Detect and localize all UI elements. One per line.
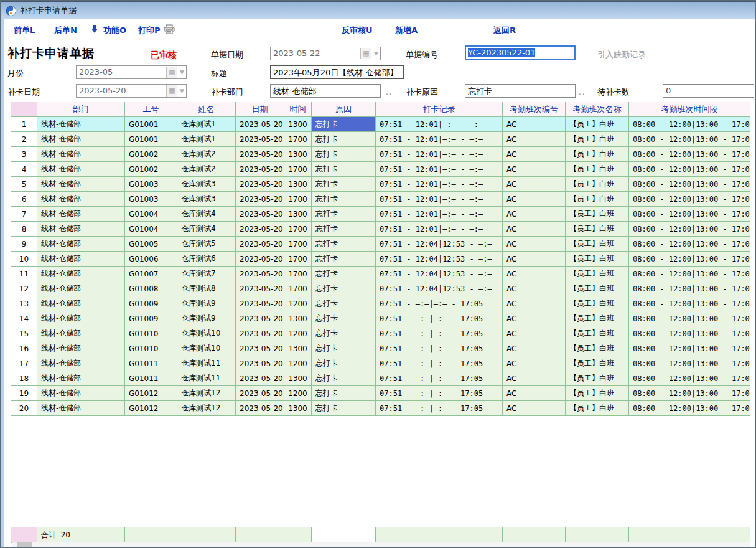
cell-reason[interactable]: 忘打卡 [312, 222, 376, 237]
cell-shift-code[interactable]: AC [503, 207, 566, 222]
cell-punch-record[interactable]: 07:51 - 12:01|—:— - —:— [376, 222, 503, 237]
cell-num[interactable]: 1 [11, 117, 37, 132]
cell-shift-time[interactable]: 08:00 - 12:00|13:00 - 17:00 [629, 296, 750, 311]
cell-num[interactable]: 5 [11, 177, 37, 192]
cell-shift-name[interactable]: 【员工】白班 [566, 237, 629, 252]
cell-shift-time[interactable]: 08:00 - 12:00|13:00 - 17:00 [629, 311, 750, 326]
cell-time[interactable]: 1700 [284, 132, 312, 147]
cell-shift-name[interactable]: 【员工】白班 [566, 162, 629, 177]
cell-reason[interactable]: 忘打卡 [312, 147, 376, 162]
menu-add-new[interactable]: 新增A [395, 25, 418, 36]
cell-shift-time[interactable]: 08:00 - 12:00|13:00 - 17:00 [629, 267, 750, 281]
column-header[interactable]: 打卡记录 [376, 102, 503, 117]
cell-num[interactable]: 14 [11, 311, 37, 326]
column-header[interactable]: 部门 [37, 102, 125, 117]
cell-emp-id[interactable]: G01005 [125, 237, 177, 252]
cell-shift-name[interactable]: 【员工】白班 [566, 252, 629, 267]
cell-shift-time[interactable]: 08:00 - 12:00|13:00 - 17:00 [629, 252, 750, 267]
cell-time[interactable]: 1300 [284, 117, 312, 132]
cell-shift-code[interactable]: AC [503, 281, 566, 296]
cell-dept[interactable]: 线材-仓储部 [37, 117, 125, 132]
cell-reason[interactable]: 忘打卡 [312, 281, 376, 296]
cell-punch-record[interactable]: 07:51 - 12:04|12:53 - —:— [376, 237, 503, 252]
menu-next-doc[interactable]: 后单N [54, 25, 77, 36]
cell-shift-time[interactable]: 08:00 - 12:00|13:00 - 17:00 [629, 147, 750, 162]
cell-shift-time[interactable]: 08:00 - 12:00|13:00 - 17:00 [629, 386, 750, 401]
cell-date[interactable]: 2023-05-20 [236, 311, 284, 326]
calendar-icon[interactable]: ▦ [166, 85, 177, 97]
column-header[interactable]: 考勤班次编号 [503, 102, 566, 117]
cell-punch-record[interactable]: 07:51 - 12:04|12:53 - —:— [376, 281, 503, 296]
cell-name[interactable]: 仓库测试11 [177, 356, 236, 371]
menu-unapprove[interactable]: 反审核U [342, 25, 373, 36]
cell-name[interactable]: 仓库测试2 [177, 147, 236, 162]
cell-num[interactable]: 4 [11, 162, 37, 177]
column-header[interactable]: 日期 [236, 102, 284, 117]
cell-dept[interactable]: 线材-仓储部 [37, 222, 125, 237]
cell-time[interactable]: 1700 [284, 267, 312, 281]
cell-name[interactable]: 仓库测试9 [177, 311, 236, 326]
cell-dept[interactable]: 线材-仓储部 [37, 267, 125, 281]
cell-shift-code[interactable]: AC [503, 401, 566, 416]
cell-shift-name[interactable]: 【员工】白班 [566, 296, 629, 311]
cell-punch-record[interactable]: 07:51 - —:—|—:— - 17:05 [376, 371, 503, 386]
cell-punch-record[interactable]: 07:51 - 12:01|—:— - —:— [376, 192, 503, 207]
cell-name[interactable]: 仓库测试4 [177, 222, 236, 237]
cell-shift-time[interactable]: 08:00 - 12:00|13:00 - 17:00 [629, 281, 750, 296]
cell-date[interactable]: 2023-05-20 [236, 281, 284, 296]
cell-shift-name[interactable]: 【员工】白班 [566, 281, 629, 296]
cell-name[interactable]: 仓库测试12 [177, 401, 236, 416]
cell-reason[interactable]: 忘打卡 [312, 237, 376, 252]
cell-emp-id[interactable]: G01003 [125, 192, 177, 207]
cell-shift-time[interactable]: 08:00 - 12:00|13:00 - 17:00 [629, 371, 750, 386]
cell-dept[interactable]: 线材-仓储部 [37, 281, 125, 296]
cell-punch-record[interactable]: 07:51 - 12:01|—:— - —:— [376, 177, 503, 192]
cell-name[interactable]: 仓库测试12 [177, 386, 236, 401]
cell-shift-name[interactable]: 【员工】白班 [566, 207, 629, 222]
cell-punch-record[interactable]: 07:51 - 12:01|—:— - —:— [376, 147, 503, 162]
cell-punch-record[interactable]: 07:51 - 12:04|12:53 - —:— [376, 252, 503, 267]
cell-dept[interactable]: 线材-仓储部 [37, 147, 125, 162]
cell-shift-code[interactable]: AC [503, 326, 566, 341]
cell-emp-id[interactable]: G01009 [125, 296, 177, 311]
cell-time[interactable]: 1300 [284, 207, 312, 222]
cell-date[interactable]: 2023-05-20 [236, 117, 284, 132]
cell-name[interactable]: 仓库测试1 [177, 132, 236, 147]
column-header[interactable]: 时间 [284, 102, 312, 117]
cell-time[interactable]: 1700 [284, 192, 312, 207]
cell-shift-code[interactable]: AC [503, 177, 566, 192]
makeup-date-field[interactable]: 2023-05-20 ▦ ▼ [76, 84, 187, 98]
cell-num[interactable]: 9 [11, 237, 37, 252]
cell-date[interactable]: 2023-05-20 [236, 371, 284, 386]
cell-reason[interactable]: 忘打卡 [312, 192, 376, 207]
cell-num[interactable]: 20 [11, 401, 37, 416]
column-header[interactable]: 原因 [312, 102, 376, 117]
cell-dept[interactable]: 线材-仓储部 [37, 237, 125, 252]
cell-punch-record[interactable]: 07:51 - 12:01|—:— - —:— [376, 162, 503, 177]
cell-dept[interactable]: 线材-仓储部 [37, 341, 125, 356]
cell-punch-record[interactable]: 07:51 - —:—|—:— - 17:05 [376, 356, 503, 371]
makeup-reason-field[interactable]: 忘打卡 [465, 84, 576, 98]
cell-date[interactable]: 2023-05-20 [236, 341, 284, 356]
cell-shift-name[interactable]: 【员工】白班 [566, 117, 629, 132]
cell-shift-code[interactable]: AC [503, 296, 566, 311]
cell-shift-name[interactable]: 【员工】白班 [566, 401, 629, 416]
down-arrow-icon[interactable] [91, 24, 98, 36]
cell-date[interactable]: 2023-05-20 [236, 386, 284, 401]
cell-shift-name[interactable]: 【员工】白班 [566, 222, 629, 237]
cell-shift-code[interactable]: AC [503, 341, 566, 356]
cell-reason[interactable]: 忘打卡 [312, 132, 376, 147]
menu-functions[interactable]: 功能O [103, 25, 126, 36]
cell-emp-id[interactable]: G01012 [125, 386, 177, 401]
cell-time[interactable]: 1700 [284, 222, 312, 237]
cell-shift-code[interactable]: AC [503, 132, 566, 147]
cell-shift-time[interactable]: 08:00 - 12:00|13:00 - 17:00 [629, 132, 750, 147]
cell-dept[interactable]: 线材-仓储部 [37, 252, 125, 267]
cell-name[interactable]: 仓库测试10 [177, 326, 236, 341]
cell-date[interactable]: 2023-05-20 [236, 326, 284, 341]
cell-shift-code[interactable]: AC [503, 371, 566, 386]
cell-num[interactable]: 18 [11, 371, 37, 386]
cell-time[interactable]: 1300 [284, 177, 312, 192]
cell-num[interactable]: 8 [11, 222, 37, 237]
cell-shift-time[interactable]: 08:00 - 12:00|13:00 - 17:00 [629, 222, 750, 237]
